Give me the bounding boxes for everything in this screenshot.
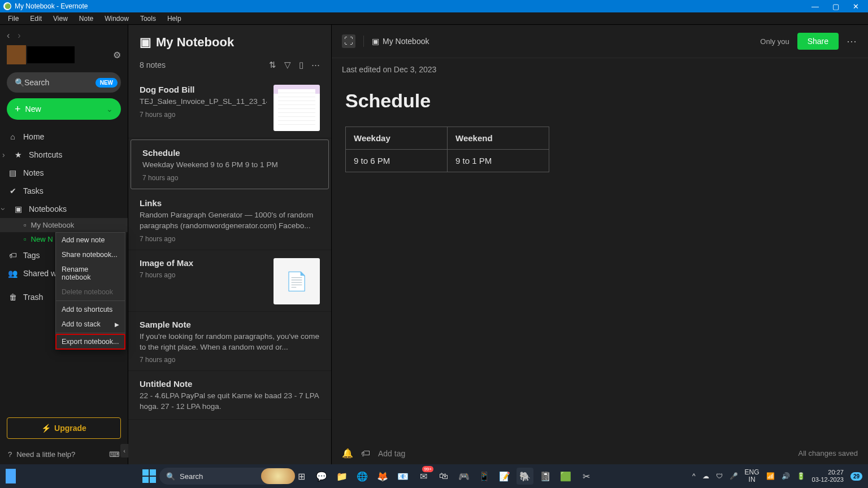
- note-card[interactable]: Dog Food BillTEJ_Sales_Invoice_LP_SL_11_…: [128, 77, 331, 138]
- note-card[interactable]: Sample NoteIf you're looking for random …: [128, 312, 331, 372]
- teams-icon[interactable]: 💬: [313, 468, 330, 485]
- sidebar-item-notebooks[interactable]: ▣Notebooks: [0, 200, 128, 218]
- share-status[interactable]: Only you: [760, 37, 789, 46]
- more-icon[interactable]: ⋯: [311, 60, 320, 70]
- task-view-icon[interactable]: ⊞: [293, 468, 310, 485]
- note-card[interactable]: LinksRandom Paragraph Generator — 1000's…: [128, 190, 331, 250]
- tray-volume-icon[interactable]: 🔊: [782, 472, 790, 480]
- share-button[interactable]: Share: [797, 33, 839, 50]
- note-card-preview: 22 - 4.6LPA PayPal se quit Karne ke baad…: [140, 391, 320, 412]
- tray-mic-icon[interactable]: 🎤: [730, 472, 738, 480]
- sidebar-item-notes[interactable]: ▤Notes: [0, 164, 128, 182]
- note-card-preview: Random Paragraph Generator — 1000's of r…: [140, 210, 320, 232]
- app-icon[interactable]: 🟩: [557, 468, 574, 485]
- close-button[interactable]: ✕: [853, 2, 859, 11]
- note-breadcrumb[interactable]: ▣My Notebook: [372, 37, 429, 46]
- tray-clock[interactable]: 20:2703-12-2023: [812, 469, 844, 483]
- notelist-title: ▣My Notebook: [140, 35, 320, 50]
- tray-wifi-icon[interactable]: 📶: [766, 472, 775, 480]
- note-card[interactable]: ScheduleWeekday Weekend 9 to 6 PM 9 to 1…: [131, 140, 329, 189]
- expand-note-button[interactable]: ⛶: [342, 34, 355, 48]
- add-tag-button[interactable]: Add tag: [378, 449, 405, 458]
- people-icon: 👥: [8, 269, 18, 278]
- start-button[interactable]: [142, 469, 156, 483]
- nav-forward-button[interactable]: ›: [18, 30, 20, 41]
- tray-battery-icon[interactable]: 🔋: [797, 472, 805, 480]
- maximize-button[interactable]: ▢: [832, 2, 839, 11]
- context-rename-notebook[interactable]: Rename notebook: [56, 262, 125, 285]
- notebook-icon: ▣: [14, 204, 23, 213]
- sidebar-item-home[interactable]: ⌂Home: [0, 128, 128, 146]
- tray-onedrive-icon[interactable]: ☁: [702, 472, 709, 480]
- taskbar-widget[interactable]: [6, 469, 16, 483]
- snip-icon[interactable]: ✂: [578, 468, 594, 485]
- user-avatar[interactable]: [7, 45, 26, 64]
- phone-icon[interactable]: 📱: [476, 468, 493, 485]
- menu-file[interactable]: File: [3, 14, 23, 24]
- note-title[interactable]: Schedule: [345, 90, 854, 112]
- menu-edit[interactable]: Edit: [25, 14, 46, 24]
- table-header-weekend[interactable]: Weekend: [448, 127, 549, 150]
- firefox-icon[interactable]: 🦊: [374, 468, 391, 485]
- schedule-table[interactable]: WeekdayWeekend 9 to 6 PM9 to 1 PM: [345, 127, 549, 172]
- note-more-button[interactable]: ⋯: [847, 35, 858, 47]
- chevron-down-icon[interactable]: ⌄: [106, 104, 113, 114]
- sidebar-item-tasks[interactable]: ✔Tasks: [0, 182, 128, 200]
- collapse-sidebar-button[interactable]: ‹: [120, 444, 128, 457]
- notes-icon[interactable]: 📝: [496, 468, 513, 485]
- filter-icon[interactable]: ▽: [284, 60, 291, 70]
- menu-help[interactable]: Help: [163, 14, 186, 24]
- tray-notification-badge[interactable]: 29: [850, 472, 862, 481]
- tag-add-icon[interactable]: 🏷: [361, 448, 370, 459]
- menu-note[interactable]: Note: [75, 14, 98, 24]
- context-add-to-stack[interactable]: Add to stack▶: [56, 317, 125, 332]
- help-icon: ?: [8, 450, 12, 459]
- sidebar-notebook-my-notebook[interactable]: ▫My Notebook: [0, 218, 128, 232]
- table-cell[interactable]: 9 to 1 PM: [448, 150, 549, 172]
- note-card-title: Untitled Note: [140, 379, 320, 389]
- tray-language[interactable]: ENGIN: [745, 469, 760, 483]
- context-export-notebook[interactable]: Export notebook...: [55, 334, 125, 350]
- nav-back-button[interactable]: ‹: [7, 30, 10, 41]
- context-add-new-note[interactable]: Add new note: [56, 233, 125, 247]
- table-header-weekday[interactable]: Weekday: [346, 127, 448, 150]
- onenote-icon[interactable]: 📓: [537, 468, 554, 485]
- reminder-icon[interactable]: 🔔: [342, 448, 353, 459]
- sort-icon[interactable]: ⇅: [269, 60, 276, 70]
- note-card-time: 7 hours ago: [142, 174, 317, 182]
- note-card-title: Sample Note: [140, 320, 320, 329]
- upgrade-button[interactable]: ⚡Upgrade: [7, 417, 121, 439]
- keyboard-icon[interactable]: ⌨: [109, 450, 120, 459]
- search-icon: 🔍: [166, 472, 175, 481]
- menu-window[interactable]: Window: [100, 14, 133, 24]
- mail-icon[interactable]: ✉: [415, 468, 432, 485]
- settings-gear-icon[interactable]: ⚙: [113, 50, 121, 60]
- search-placeholder: Search: [24, 78, 49, 87]
- new-note-button[interactable]: + New ⌄: [7, 98, 121, 120]
- last-edited-label: Last edited on Dec 3, 2023: [332, 58, 868, 81]
- edge-icon[interactable]: 🌐: [354, 468, 371, 485]
- table-cell[interactable]: 9 to 6 PM: [346, 150, 448, 172]
- context-share-notebook[interactable]: Share notebook...: [56, 247, 125, 262]
- note-card-time: 7 hours ago: [140, 356, 320, 364]
- minimize-button[interactable]: —: [811, 2, 819, 11]
- menu-tools[interactable]: Tools: [136, 14, 160, 24]
- search-input[interactable]: 🔍 Search NEW: [7, 72, 121, 93]
- window-title: My Notebook - Evernote: [15, 2, 88, 10]
- context-add-to-shortcuts[interactable]: Add to shortcuts: [56, 302, 125, 317]
- explorer-icon[interactable]: 📁: [333, 468, 350, 485]
- outlook-icon[interactable]: 📧: [394, 468, 411, 485]
- view-icon[interactable]: ▯: [299, 60, 303, 70]
- sidebar-item-shortcuts[interactable]: ★Shortcuts: [0, 146, 128, 164]
- context-delete-notebook: Delete notebook: [56, 285, 125, 299]
- xbox-icon[interactable]: 🎮: [455, 468, 472, 485]
- note-card[interactable]: Untitled Note22 - 4.6LPA PayPal se quit …: [128, 371, 331, 420]
- tray-security-icon[interactable]: 🛡: [716, 472, 723, 480]
- menu-view[interactable]: View: [49, 14, 72, 24]
- taskbar-search[interactable]: 🔍Search: [159, 468, 289, 485]
- note-card[interactable]: Image of Max7 hours ago📄: [128, 250, 331, 312]
- evernote-icon[interactable]: 🐘: [517, 468, 533, 485]
- help-link[interactable]: ?Need a little help?⌨: [0, 445, 128, 464]
- tray-chevron-icon[interactable]: ^: [692, 472, 696, 480]
- store-icon[interactable]: 🛍: [435, 468, 452, 485]
